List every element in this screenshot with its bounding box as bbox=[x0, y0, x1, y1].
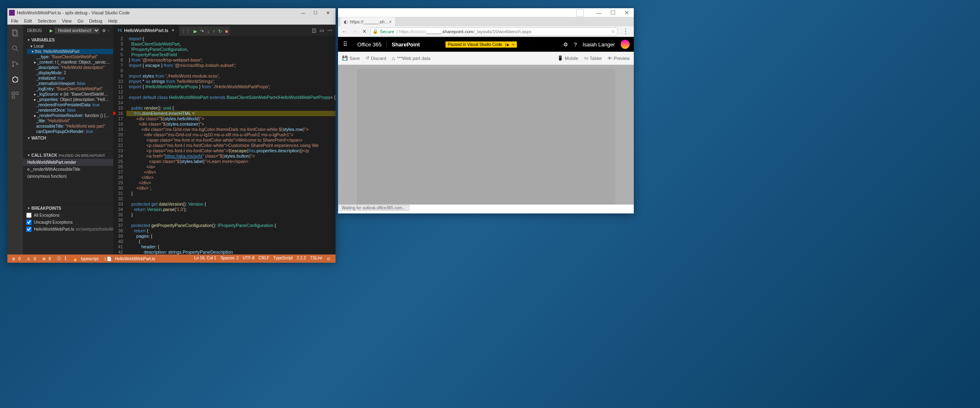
user-name[interactable]: Isaiah Langer bbox=[583, 41, 615, 48]
help-icon[interactable]: ? bbox=[574, 41, 577, 48]
launch-config-select[interactable]: Hosted workbench bbox=[55, 28, 100, 34]
bookmark-icon[interactable]: ☆ bbox=[611, 29, 615, 34]
variable-row[interactable]: _displayMode: 2 bbox=[27, 70, 113, 76]
step-into-button[interactable]: ↓ bbox=[207, 29, 210, 34]
split-editor-icon[interactable]: ◫ bbox=[312, 28, 316, 33]
editor-layout-icon[interactable]: ▭ bbox=[320, 28, 324, 33]
callstack-header[interactable]: Call StackPaused on breakpoint bbox=[23, 152, 113, 159]
variable-row[interactable]: canOpenPopupOnRender: true bbox=[27, 129, 113, 134]
minimize-button[interactable]: — bbox=[297, 10, 309, 15]
stop-button[interactable]: ■ bbox=[225, 29, 228, 34]
br-close-button[interactable]: ✕ bbox=[620, 9, 634, 16]
tab-close-icon[interactable]: × bbox=[171, 28, 174, 33]
editor-tab[interactable]: TS HelloWorldWebPart.ts × bbox=[113, 25, 179, 36]
variable-row[interactable]: _logEntry: "BaseClientSideWebPart" bbox=[27, 86, 113, 92]
variables-local[interactable]: ▾ Local bbox=[27, 44, 113, 49]
debug-toolbar[interactable]: ⋮⋮ ▶ ↷ ↓ ↑ ↻ ■ bbox=[180, 27, 230, 36]
step-over-button[interactable]: ↷ bbox=[200, 29, 204, 34]
debug-settings-icon[interactable]: ⚙ bbox=[102, 28, 106, 33]
stack-frame-1[interactable]: e._renderWithAccessibleTitle bbox=[23, 166, 113, 173]
continue-button[interactable]: ▶ bbox=[194, 29, 197, 34]
browser-tab[interactable]: ◐ https://______.sh… × bbox=[340, 17, 395, 26]
search-icon[interactable] bbox=[10, 44, 20, 53]
bp-file[interactable]: HelloWorldWebPart.tssrc\webparts\helloWo… bbox=[23, 226, 113, 233]
variable-row[interactable]: ▸ _properties: Object {description: "Hel… bbox=[27, 97, 113, 102]
tablet-button[interactable]: ▭ Tablet bbox=[584, 55, 602, 61]
watch-header[interactable]: Watch bbox=[23, 135, 113, 142]
stack-frame-2[interactable]: (anonymous function) bbox=[23, 173, 113, 180]
preview-button[interactable]: 👁 Preview bbox=[608, 56, 630, 61]
tab-close-icon[interactable]: × bbox=[389, 19, 391, 24]
more-actions-icon[interactable]: ⋯ bbox=[327, 28, 332, 33]
status-tslint[interactable]: TSLint bbox=[308, 256, 324, 261]
webpart-data-button[interactable]: △ ***Web part data bbox=[392, 55, 430, 61]
menu-help[interactable]: Help bbox=[105, 18, 121, 23]
variable-row[interactable]: _initialized: true bbox=[27, 76, 113, 81]
variable-row[interactable]: _renderedFromPersistedData: true bbox=[27, 102, 113, 108]
maximize-button[interactable]: ☐ bbox=[309, 10, 322, 16]
app-launcher-icon[interactable]: ⠿ bbox=[338, 41, 352, 48]
status-mode[interactable]: TypeScript bbox=[271, 256, 295, 261]
start-debug-button[interactable]: ▶ bbox=[50, 28, 53, 33]
source-control-icon[interactable] bbox=[10, 59, 20, 69]
breakpoints-header[interactable]: Breakpoints bbox=[23, 205, 113, 212]
step-out-button[interactable]: ↑ bbox=[213, 29, 215, 34]
close-button[interactable]: ✕ bbox=[322, 10, 334, 16]
status-errors2[interactable]: ⊗ 8 bbox=[40, 257, 55, 261]
menu-edit[interactable]: Edit bbox=[21, 18, 35, 23]
url-input[interactable]: 🔒 Secure | https://xxxxxx______.sharepoi… bbox=[370, 28, 617, 36]
status-position[interactable]: Ln 16, Col 1 bbox=[192, 256, 218, 261]
variables-this[interactable]: ▾ this: HelloWorldWebPart bbox=[27, 49, 113, 54]
settings-icon[interactable]: ⚙ bbox=[563, 41, 568, 48]
status-warnings[interactable]: ⚠ 0 bbox=[25, 257, 40, 261]
avatar[interactable] bbox=[621, 40, 630, 49]
menu-debug[interactable]: Debug bbox=[86, 18, 105, 23]
chrome-menu-icon[interactable]: ⋮ bbox=[620, 28, 631, 35]
bp-uncaught-exceptions[interactable]: Uncaught Exceptions bbox=[23, 219, 113, 226]
mobile-button[interactable]: 📱 Mobile bbox=[557, 55, 578, 61]
forward-button[interactable]: → bbox=[351, 28, 359, 34]
discard-button[interactable]: ↺ Discard bbox=[366, 55, 386, 61]
status-errors[interactable]: ⊘ 0 bbox=[10, 257, 25, 261]
explorer-icon[interactable] bbox=[10, 28, 20, 38]
status-encoding[interactable]: UTF-8 bbox=[241, 256, 256, 261]
office365-label[interactable]: Office 365 bbox=[352, 41, 387, 48]
save-button[interactable]: 💾 Save bbox=[342, 55, 360, 61]
extensions-icon[interactable] bbox=[10, 90, 20, 100]
back-button[interactable]: ← bbox=[340, 28, 348, 34]
br-minimize-button[interactable]: — bbox=[592, 9, 606, 16]
variable-row[interactable]: ▸ _renderPromiseResolver: function () { … bbox=[27, 113, 113, 118]
debug-console-icon[interactable]: ▫ bbox=[107, 28, 109, 33]
variable-row[interactable]: _title: "HelloWorld" bbox=[27, 118, 113, 124]
menu-go[interactable]: Go bbox=[75, 18, 87, 23]
status-file[interactable]: | 📄 HelloWorldWebPart.ts bbox=[103, 257, 159, 261]
variable-row[interactable]: accessibleTitle: "HelloWorld web part" bbox=[27, 124, 113, 129]
chrome-profile-icon[interactable] bbox=[576, 9, 584, 16]
status-version[interactable]: 2.2.2 bbox=[295, 256, 308, 261]
workbench-canvas[interactable] bbox=[357, 69, 615, 204]
sharepoint-label[interactable]: SharePoint bbox=[387, 41, 425, 48]
variable-row[interactable]: ▸ _logSource: e {id: "BaseClientSideWebP… bbox=[27, 92, 113, 97]
stack-frame-0[interactable]: HelloWorldWebPart.render bbox=[23, 159, 113, 166]
bp-all-exceptions[interactable]: All Exceptions bbox=[23, 212, 113, 219]
variable-row[interactable]: _description: "HelloWorld description" bbox=[27, 65, 113, 70]
debug-icon[interactable] bbox=[10, 75, 20, 85]
menu-view[interactable]: View bbox=[59, 18, 75, 23]
status-spaces[interactable]: Spaces: 2 bbox=[218, 256, 240, 261]
variable-row[interactable]: _renderedOnce: false bbox=[27, 108, 113, 113]
code-area[interactable]: 2345678910111213141516171819202122232425… bbox=[113, 36, 336, 254]
restart-button[interactable]: ↻ bbox=[218, 29, 222, 34]
drag-handle-icon[interactable]: ⋮⋮ bbox=[181, 29, 190, 34]
variable-row[interactable]: _internalIsInViewport: false bbox=[27, 81, 113, 86]
status-eol[interactable]: CRLF bbox=[256, 256, 271, 261]
status-lang[interactable]: 🔥 typescript bbox=[71, 257, 103, 261]
stop-button[interactable]: ✕ bbox=[361, 28, 368, 34]
status-info[interactable]: ⓘ 1 bbox=[55, 256, 71, 261]
menu-file[interactable]: File bbox=[8, 18, 21, 23]
menu-selection[interactable]: Selection bbox=[35, 18, 59, 23]
variables-header[interactable]: Variables bbox=[23, 37, 113, 44]
variable-row[interactable]: ▸ _context: t {_manifest: Object, _servi… bbox=[27, 60, 113, 65]
variable-row[interactable]: __type: "BaseClientSideWebPart" bbox=[27, 54, 113, 60]
br-maximize-button[interactable]: ☐ bbox=[606, 9, 620, 16]
feedback-icon[interactable]: ☺ bbox=[324, 256, 333, 261]
